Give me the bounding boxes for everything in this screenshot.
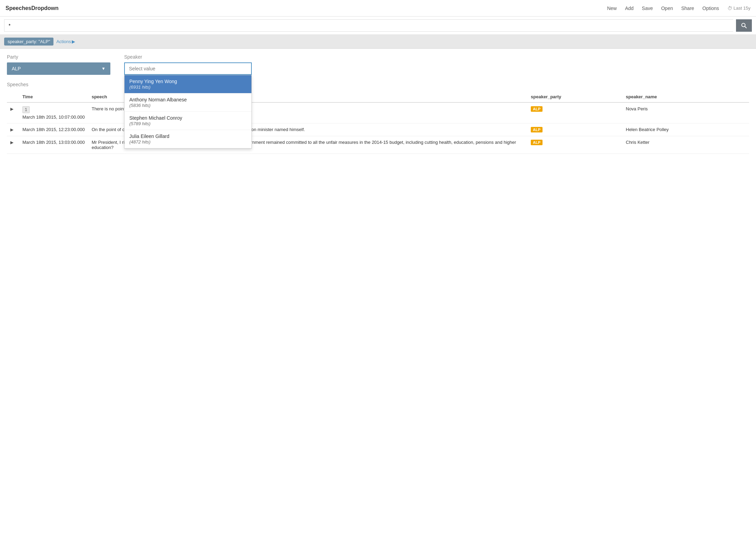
row-party: ALP	[527, 102, 622, 123]
row-party: ALP	[527, 136, 622, 154]
nav-options[interactable]: Options	[703, 6, 719, 11]
row-time: 1 March 18th 2015, 10:07:00.000	[19, 102, 88, 123]
expand-arrow-icon[interactable]: ▶	[10, 127, 16, 132]
expand-arrow-icon[interactable]: ▶	[10, 140, 16, 145]
actions-button[interactable]: Actions ▶	[56, 39, 75, 44]
speaker-option-hits-0: (6931 hits)	[129, 84, 247, 90]
col-party: speaker_party	[527, 91, 622, 102]
speaker-option-0[interactable]: Penny Ying Yen Wong (6931 hits)	[125, 75, 251, 93]
speaker-option-name-3: Julia Eileen Gillard	[129, 133, 169, 139]
speaker-option-1[interactable]: Anthony Norman Albanese (5836 hits)	[125, 93, 251, 112]
row-number: 1	[22, 106, 30, 113]
search-bar	[0, 17, 756, 35]
row-expand-cell[interactable]: ▶	[7, 123, 19, 136]
row-speaker: Chris Ketter	[623, 136, 749, 154]
nav-add[interactable]: Add	[625, 6, 634, 11]
nav-new[interactable]: New	[607, 6, 617, 11]
speaker-label: Speaker	[124, 54, 749, 60]
speaker-option-hits-3: (4872 hits)	[129, 139, 247, 145]
actions-arrow-icon: ▶	[72, 39, 75, 44]
main-content: Party ALP ▼ Speaker Penny Ying Yen Wong …	[0, 49, 756, 547]
speeches-table: Time speech speaker_party speaker_name ▶…	[7, 91, 749, 154]
speaker-dropdown: Penny Ying Yen Wong (6931 hits) Anthony …	[124, 75, 252, 149]
speaker-filter-section: Speaker Penny Ying Yen Wong (6931 hits) …	[124, 54, 749, 75]
app-brand: SpeechesDropdown	[6, 5, 59, 11]
expand-arrow-icon[interactable]: ▶	[10, 107, 16, 111]
row-expand-cell[interactable]: ▶	[7, 136, 19, 154]
nav-share[interactable]: Share	[681, 6, 694, 11]
nav-open[interactable]: Open	[661, 6, 673, 11]
nav-save[interactable]: Save	[642, 6, 653, 11]
table-body: ▶ 1 March 18th 2015, 10:07:00.000 There …	[7, 102, 749, 154]
speaker-option-name-2: Stephen Michael Conroy	[129, 115, 182, 121]
party-selected-value: ALP	[12, 66, 21, 71]
table-row: ▶ 1 March 18th 2015, 10:07:00.000 There …	[7, 102, 749, 123]
speeches-section: Speeches Time speech speaker_party speak…	[7, 82, 749, 154]
party-badge: ALP	[531, 127, 543, 132]
navbar: SpeechesDropdown New Add Save Open Share…	[0, 0, 756, 17]
speaker-input-container: Penny Ying Yen Wong (6931 hits) Anthony …	[124, 62, 749, 75]
navbar-actions: New Add Save Open Share Options ⏱ Last 1…	[607, 6, 750, 11]
last-time-label: Last 15y	[734, 6, 750, 11]
speaker-option-hits-2: (5789 hits)	[129, 121, 247, 126]
speaker-option-2[interactable]: Stephen Michael Conroy (5789 hits)	[125, 112, 251, 130]
party-dropdown[interactable]: ALP ▼	[7, 62, 110, 75]
actions-label: Actions	[56, 39, 71, 44]
last-time-indicator: ⏱ Last 15y	[727, 6, 750, 11]
speeches-section-title: Speeches	[7, 82, 749, 87]
speaker-input[interactable]	[124, 62, 252, 75]
speaker-option-name-0: Penny Ying Yen Wong	[129, 79, 177, 84]
party-badge: ALP	[531, 106, 543, 112]
row-speaker: Helen Beatrice Polley	[623, 123, 749, 136]
party-filter-section: Party ALP ▼	[7, 54, 110, 75]
filters-row: Party ALP ▼ Speaker Penny Ying Yen Wong …	[7, 54, 749, 75]
row-time: March 18th 2015, 12:23:00.000	[19, 123, 88, 136]
row-expand-cell[interactable]: ▶	[7, 102, 19, 123]
chevron-down-icon: ▼	[101, 66, 106, 71]
table-row: ▶ March 18th 2015, 13:03:00.000 Mr Presi…	[7, 136, 749, 154]
row-speaker: Nova Peris	[623, 102, 749, 123]
party-label: Party	[7, 54, 110, 60]
speaker-option-hits-1: (5836 hits)	[129, 103, 247, 108]
search-icon	[741, 23, 747, 28]
party-badge: ALP	[531, 140, 543, 145]
search-input[interactable]	[4, 19, 733, 32]
filter-bar: speaker_party: "ALP" Actions ▶	[0, 35, 756, 49]
filter-tag-party[interactable]: speaker_party: "ALP"	[4, 38, 53, 46]
col-speaker: speaker_name	[623, 91, 749, 102]
row-party: ALP	[527, 123, 622, 136]
svg-line-1	[745, 27, 747, 28]
clock-icon: ⏱	[727, 6, 732, 11]
speaker-option-name-1: Anthony Norman Albanese	[129, 97, 187, 102]
table-header: Time speech speaker_party speaker_name	[7, 91, 749, 102]
col-expand	[7, 91, 19, 102]
col-time: Time	[19, 91, 88, 102]
search-button[interactable]	[736, 19, 752, 32]
table-row: ▶ March 18th 2015, 12:23:00.000 On the p…	[7, 123, 749, 136]
speaker-option-3[interactable]: Julia Eileen Gillard (4872 hits)	[125, 130, 251, 148]
row-time: March 18th 2015, 13:03:00.000	[19, 136, 88, 154]
